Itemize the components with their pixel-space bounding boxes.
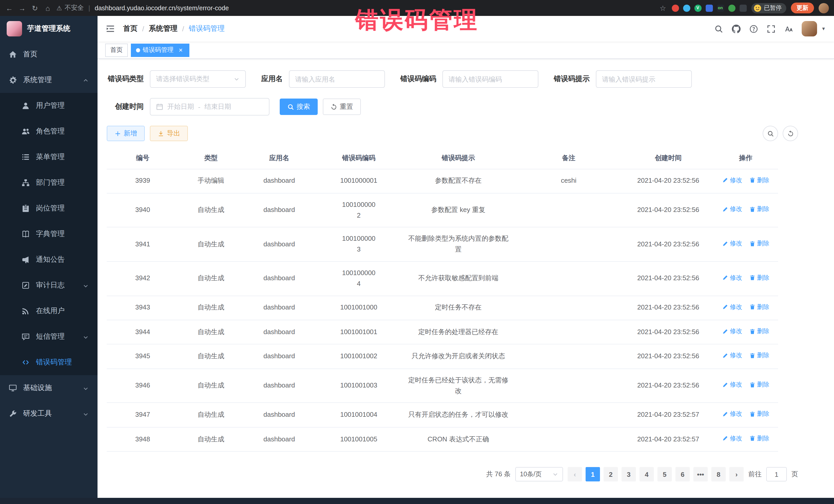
extension-red[interactable] xyxy=(672,4,679,12)
delete-link[interactable]: 删除 xyxy=(749,409,769,419)
browser-home-icon[interactable]: ⌂ xyxy=(44,4,52,12)
toggle-search-button[interactable] xyxy=(763,126,778,141)
edit-link[interactable]: 修改 xyxy=(722,175,742,185)
update-button[interactable]: 更新 xyxy=(791,3,814,13)
browser-profile-avatar[interactable] xyxy=(819,3,829,13)
delete-link[interactable]: 删除 xyxy=(749,326,769,336)
sidebar-item-home[interactable]: 首页 xyxy=(0,42,97,67)
edit-link[interactable]: 修改 xyxy=(722,326,742,336)
breadcrumb-system[interactable]: 系统管理 xyxy=(149,24,178,34)
edit-link[interactable]: 修改 xyxy=(722,351,742,360)
edit-link[interactable]: 修改 xyxy=(722,302,742,312)
page-button-8[interactable]: 8 xyxy=(711,467,726,481)
security-indicator[interactable]: ⚠ 不安全 xyxy=(57,4,84,12)
error-type-select[interactable]: 请选择错误码类型 xyxy=(150,70,246,88)
help-icon[interactable] xyxy=(749,24,758,33)
delete-link[interactable]: 删除 xyxy=(749,175,769,185)
font-size-icon[interactable] xyxy=(784,24,793,33)
delete-link[interactable]: 删除 xyxy=(749,239,769,248)
column-header[interactable]: 创建时间 xyxy=(623,147,714,169)
sidebar-item-audit-log[interactable]: 审计日志 xyxy=(0,272,97,298)
browser-refresh-icon[interactable]: ↻ xyxy=(31,4,39,12)
sidebar-item-error-code[interactable]: 错误码管理 xyxy=(0,350,97,375)
sidebar-item-post[interactable]: 岗位管理 xyxy=(0,196,97,221)
next-page-button[interactable]: › xyxy=(729,467,744,481)
error-msg-input[interactable] xyxy=(596,70,692,88)
browser-forward-icon[interactable]: → xyxy=(18,4,26,12)
trash-icon xyxy=(749,275,755,281)
edit-link[interactable]: 修改 xyxy=(722,409,742,419)
sidebar-item-online-user[interactable]: 在线用户 xyxy=(0,298,97,324)
edit-link[interactable]: 修改 xyxy=(722,204,742,214)
sidebar-item-role[interactable]: 角色管理 xyxy=(0,118,97,144)
sidebar-toggle-icon[interactable] xyxy=(106,24,115,34)
page-button-4[interactable]: 4 xyxy=(639,467,654,481)
search-button[interactable]: 搜索 xyxy=(280,98,318,115)
delete-link[interactable]: 删除 xyxy=(749,204,769,214)
edit-link[interactable]: 修改 xyxy=(722,434,742,443)
page-button-3[interactable]: 3 xyxy=(621,467,636,481)
page-button-5[interactable]: 5 xyxy=(657,467,672,481)
page-more-button[interactable]: ••• xyxy=(694,467,708,481)
sidebar-item-notice[interactable]: 通知公告 xyxy=(0,247,97,272)
sidebar-item-system[interactable]: 系统管理 xyxy=(0,67,97,93)
tab-错误码管理[interactable]: 错误码管理× xyxy=(131,43,190,57)
bookmark-star-icon[interactable]: ☆ xyxy=(659,4,667,12)
column-header[interactable]: 应用名 xyxy=(243,147,315,169)
reset-button[interactable]: 重置 xyxy=(323,98,361,115)
sidebar-item-menu[interactable]: 菜单管理 xyxy=(0,144,97,170)
page-button-6[interactable]: 6 xyxy=(675,467,690,481)
sidebar-item-user[interactable]: 用户管理 xyxy=(0,93,97,118)
error-code-input[interactable] xyxy=(442,70,539,88)
column-header[interactable]: 备注 xyxy=(514,147,623,169)
delete-link[interactable]: 删除 xyxy=(749,380,769,390)
add-button[interactable]: 新增 xyxy=(107,126,145,141)
delete-link[interactable]: 删除 xyxy=(749,434,769,443)
date-range-input[interactable]: 开始日期 - 结束日期 xyxy=(150,98,269,115)
edit-link[interactable]: 修改 xyxy=(722,273,742,283)
column-header[interactable]: 错误码编码 xyxy=(315,147,402,169)
delete-link[interactable]: 删除 xyxy=(749,351,769,360)
close-icon[interactable]: × xyxy=(177,46,184,54)
refresh-table-button[interactable] xyxy=(783,126,798,141)
delete-link[interactable]: 删除 xyxy=(749,302,769,312)
breadcrumb-home[interactable]: 首页 xyxy=(123,24,137,34)
search-icon[interactable] xyxy=(715,24,723,33)
extension-grid[interactable] xyxy=(705,4,712,12)
edit-link[interactable]: 修改 xyxy=(722,239,742,248)
page-button-2[interactable]: 2 xyxy=(603,467,618,481)
page-button-1[interactable]: 1 xyxy=(586,467,600,481)
extension-drop[interactable] xyxy=(683,4,690,12)
github-icon[interactable] xyxy=(732,24,741,33)
extension-on-badge[interactable]: on xyxy=(717,4,724,12)
cell-msg: 定时任务不存在 xyxy=(402,295,514,320)
goto-page-input[interactable] xyxy=(766,467,787,481)
fullscreen-icon[interactable] xyxy=(767,24,775,33)
column-header[interactable]: 类型 xyxy=(179,147,243,169)
page-size-select[interactable]: 10条/页 xyxy=(515,467,563,481)
url-text[interactable]: dashboard.yudao.iocoder.cn/system/error-… xyxy=(95,4,229,12)
tab-首页[interactable]: 首页 xyxy=(105,43,128,57)
sidebar-item-sms[interactable]: 短信管理 xyxy=(0,324,97,350)
browser-back-icon[interactable]: ← xyxy=(5,4,13,12)
column-header[interactable]: 操作 xyxy=(714,147,778,169)
paused-badge[interactable]: 已暂停 xyxy=(751,3,786,13)
sidebar-item-infra[interactable]: 基础设施 xyxy=(0,375,97,401)
extension-leaf[interactable] xyxy=(728,4,735,12)
prev-page-button[interactable]: ‹ xyxy=(568,467,582,481)
cell-time: 2021-04-20 23:52:57 xyxy=(623,403,714,427)
edit-link[interactable]: 修改 xyxy=(722,380,742,390)
sidebar-item-devtool[interactable]: 研发工具 xyxy=(0,401,97,426)
column-header[interactable]: 编号 xyxy=(107,147,179,169)
delete-link[interactable]: 删除 xyxy=(749,273,769,283)
export-button[interactable]: 导出 xyxy=(150,126,188,141)
sidebar-item-dict[interactable]: 字典管理 xyxy=(0,221,97,247)
user-avatar[interactable] xyxy=(802,21,817,37)
sidebar-item-dept[interactable]: 部门管理 xyxy=(0,170,97,196)
app-logo[interactable]: 芋道管理系统 xyxy=(0,16,97,42)
column-header[interactable]: 错误码提示 xyxy=(402,147,514,169)
extension-green-v[interactable]: V xyxy=(694,4,701,12)
app-name-input[interactable] xyxy=(289,70,385,88)
tree-icon xyxy=(22,179,30,187)
extension-puzzle[interactable] xyxy=(739,4,746,12)
